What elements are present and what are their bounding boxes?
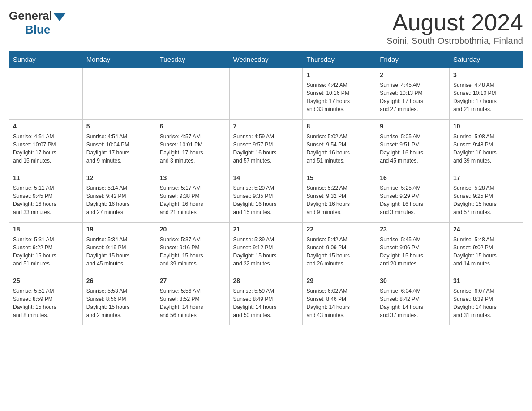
- logo: General Blue: [9, 9, 66, 37]
- calendar-cell: [9, 68, 83, 120]
- weekday-header-monday: Monday: [82, 51, 156, 68]
- calendar-cell: 29Sunrise: 6:02 AMSunset: 8:46 PMDayligh…: [303, 274, 376, 325]
- calendar-cell: 28Sunrise: 5:59 AMSunset: 8:49 PMDayligh…: [229, 274, 303, 325]
- calendar-cell: 2Sunrise: 4:45 AMSunset: 10:13 PMDayligh…: [376, 68, 450, 120]
- calendar-cell: 27Sunrise: 5:56 AMSunset: 8:52 PMDayligh…: [156, 274, 229, 325]
- day-info: Sunrise: 5:42 AMSunset: 9:09 PMDaylight:…: [306, 235, 372, 268]
- day-info: Sunrise: 5:08 AMSunset: 9:48 PMDaylight:…: [453, 133, 519, 165]
- calendar-cell: 19Sunrise: 5:34 AMSunset: 9:19 PMDayligh…: [82, 223, 156, 274]
- week-row-5: 25Sunrise: 5:51 AMSunset: 8:59 PMDayligh…: [9, 274, 523, 325]
- day-info: Sunrise: 4:42 AMSunset: 10:16 PMDaylight…: [306, 81, 372, 113]
- calendar-cell: 16Sunrise: 5:25 AMSunset: 9:29 PMDayligh…: [376, 171, 450, 223]
- day-info: Sunrise: 5:05 AMSunset: 9:51 PMDaylight:…: [380, 133, 446, 165]
- day-number: 27: [160, 277, 226, 286]
- calendar-cell: 8Sunrise: 5:02 AMSunset: 9:54 PMDaylight…: [303, 120, 376, 171]
- day-info: Sunrise: 6:02 AMSunset: 8:46 PMDaylight:…: [306, 287, 372, 319]
- day-number: 30: [380, 277, 446, 286]
- day-number: 23: [380, 225, 446, 234]
- calendar-cell: 13Sunrise: 5:17 AMSunset: 9:38 PMDayligh…: [156, 171, 229, 223]
- calendar-cell: 10Sunrise: 5:08 AMSunset: 9:48 PMDayligh…: [450, 120, 523, 171]
- day-number: 12: [86, 174, 152, 183]
- calendar-cell: 17Sunrise: 5:28 AMSunset: 9:25 PMDayligh…: [450, 171, 523, 223]
- calendar-cell: 25Sunrise: 5:51 AMSunset: 8:59 PMDayligh…: [9, 274, 83, 325]
- calendar-cell: 9Sunrise: 5:05 AMSunset: 9:51 PMDaylight…: [376, 120, 450, 171]
- day-number: 26: [86, 277, 152, 286]
- day-number: 16: [380, 174, 446, 183]
- calendar-cell: [229, 68, 303, 120]
- page-header: General Blue August 2024 Soini, South Os…: [9, 9, 523, 46]
- calendar-cell: 24Sunrise: 5:48 AMSunset: 9:02 PMDayligh…: [450, 223, 523, 274]
- calendar-cell: 5Sunrise: 4:54 AMSunset: 10:04 PMDayligh…: [82, 120, 156, 171]
- day-number: 31: [453, 277, 519, 286]
- weekday-header-row: SundayMondayTuesdayWednesdayThursdayFrid…: [9, 51, 523, 68]
- logo-blue-text: Blue: [25, 23, 66, 37]
- day-info: Sunrise: 5:51 AMSunset: 8:59 PMDaylight:…: [13, 287, 79, 319]
- week-row-2: 4Sunrise: 4:51 AMSunset: 10:07 PMDayligh…: [9, 120, 523, 171]
- weekday-header-saturday: Saturday: [450, 51, 523, 68]
- week-row-4: 18Sunrise: 5:31 AMSunset: 9:22 PMDayligh…: [9, 223, 523, 274]
- calendar-cell: 7Sunrise: 4:59 AMSunset: 9:57 PMDaylight…: [229, 120, 303, 171]
- weekday-header-thursday: Thursday: [303, 51, 376, 68]
- day-info: Sunrise: 5:22 AMSunset: 9:32 PMDaylight:…: [306, 184, 372, 216]
- day-number: 28: [233, 277, 299, 286]
- day-number: 13: [160, 174, 226, 183]
- day-number: 8: [306, 122, 372, 131]
- calendar-cell: 12Sunrise: 5:14 AMSunset: 9:42 PMDayligh…: [82, 171, 156, 223]
- day-number: 18: [13, 225, 79, 234]
- day-info: Sunrise: 5:48 AMSunset: 9:02 PMDaylight:…: [453, 235, 519, 268]
- calendar-cell: 30Sunrise: 6:04 AMSunset: 8:42 PMDayligh…: [376, 274, 450, 325]
- day-number: 22: [306, 225, 372, 234]
- calendar-cell: 15Sunrise: 5:22 AMSunset: 9:32 PMDayligh…: [303, 171, 376, 223]
- calendar-cell: 20Sunrise: 5:37 AMSunset: 9:16 PMDayligh…: [156, 223, 229, 274]
- day-info: Sunrise: 4:54 AMSunset: 10:04 PMDaylight…: [86, 133, 152, 165]
- logo-arrow-icon: [53, 13, 66, 21]
- day-info: Sunrise: 5:14 AMSunset: 9:42 PMDaylight:…: [86, 184, 152, 216]
- day-number: 4: [13, 122, 79, 131]
- week-row-3: 11Sunrise: 5:11 AMSunset: 9:45 PMDayligh…: [9, 171, 523, 223]
- day-number: 10: [453, 122, 519, 131]
- day-info: Sunrise: 5:28 AMSunset: 9:25 PMDaylight:…: [453, 184, 519, 216]
- day-number: 3: [453, 71, 519, 80]
- calendar-cell: [156, 68, 229, 120]
- day-number: 19: [86, 225, 152, 234]
- day-info: Sunrise: 5:25 AMSunset: 9:29 PMDaylight:…: [380, 184, 446, 216]
- day-number: 29: [306, 277, 372, 286]
- weekday-header-wednesday: Wednesday: [229, 51, 303, 68]
- day-number: 20: [160, 225, 226, 234]
- day-number: 9: [380, 122, 446, 131]
- day-info: Sunrise: 5:20 AMSunset: 9:35 PMDaylight:…: [233, 184, 299, 216]
- day-info: Sunrise: 5:59 AMSunset: 8:49 PMDaylight:…: [233, 287, 299, 319]
- day-number: 11: [13, 174, 79, 183]
- day-info: Sunrise: 5:02 AMSunset: 9:54 PMDaylight:…: [306, 133, 372, 165]
- day-info: Sunrise: 5:39 AMSunset: 9:12 PMDaylight:…: [233, 235, 299, 268]
- calendar-cell: 21Sunrise: 5:39 AMSunset: 9:12 PMDayligh…: [229, 223, 303, 274]
- calendar-cell: 6Sunrise: 4:57 AMSunset: 10:01 PMDayligh…: [156, 120, 229, 171]
- day-info: Sunrise: 4:57 AMSunset: 10:01 PMDaylight…: [160, 133, 226, 165]
- weekday-header-sunday: Sunday: [9, 51, 83, 68]
- day-info: Sunrise: 5:37 AMSunset: 9:16 PMDaylight:…: [160, 235, 226, 268]
- day-info: Sunrise: 5:56 AMSunset: 8:52 PMDaylight:…: [160, 287, 226, 319]
- day-number: 7: [233, 122, 299, 131]
- calendar-cell: 3Sunrise: 4:48 AMSunset: 10:10 PMDayligh…: [450, 68, 523, 120]
- day-info: Sunrise: 4:45 AMSunset: 10:13 PMDaylight…: [380, 81, 446, 113]
- day-info: Sunrise: 6:04 AMSunset: 8:42 PMDaylight:…: [380, 287, 446, 319]
- calendar-cell: 23Sunrise: 5:45 AMSunset: 9:06 PMDayligh…: [376, 223, 450, 274]
- calendar-cell: 31Sunrise: 6:07 AMSunset: 8:39 PMDayligh…: [450, 274, 523, 325]
- location-text: Soini, South Ostrobothnia, Finland: [386, 36, 523, 46]
- month-title: August 2024: [386, 9, 523, 36]
- calendar-cell: 14Sunrise: 5:20 AMSunset: 9:35 PMDayligh…: [229, 171, 303, 223]
- calendar-cell: 22Sunrise: 5:42 AMSunset: 9:09 PMDayligh…: [303, 223, 376, 274]
- day-number: 15: [306, 174, 372, 183]
- day-number: 21: [233, 225, 299, 234]
- calendar-cell: 26Sunrise: 5:53 AMSunset: 8:56 PMDayligh…: [82, 274, 156, 325]
- day-info: Sunrise: 5:17 AMSunset: 9:38 PMDaylight:…: [160, 184, 226, 216]
- weekday-header-friday: Friday: [376, 51, 450, 68]
- calendar-cell: 1Sunrise: 4:42 AMSunset: 10:16 PMDayligh…: [303, 68, 376, 120]
- day-info: Sunrise: 6:07 AMSunset: 8:39 PMDaylight:…: [453, 287, 519, 319]
- logo-general-text: General: [9, 9, 52, 23]
- calendar-cell: 18Sunrise: 5:31 AMSunset: 9:22 PMDayligh…: [9, 223, 83, 274]
- day-info: Sunrise: 5:31 AMSunset: 9:22 PMDaylight:…: [13, 235, 79, 268]
- day-number: 1: [306, 71, 372, 80]
- calendar-cell: 11Sunrise: 5:11 AMSunset: 9:45 PMDayligh…: [9, 171, 83, 223]
- title-section: August 2024 Soini, South Ostrobothnia, F…: [386, 9, 523, 46]
